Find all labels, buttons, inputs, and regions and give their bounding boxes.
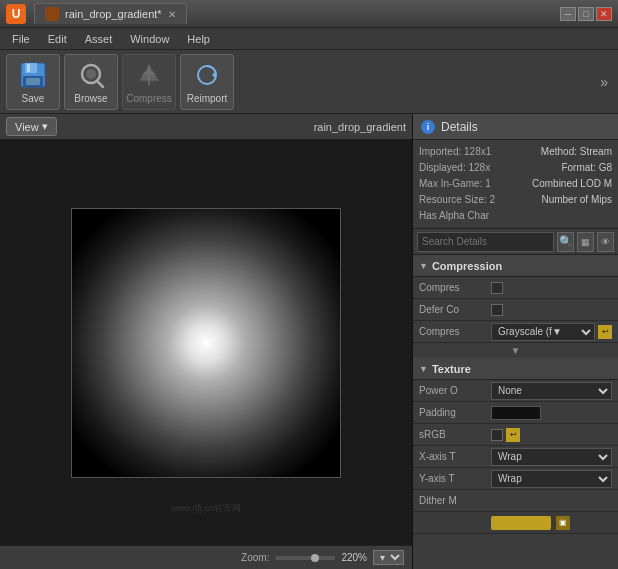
- window-controls: ─ □ ✕: [560, 7, 612, 21]
- srgb-checkbox[interactable]: [491, 429, 503, 441]
- details-info-icon: i: [421, 120, 435, 134]
- title-bar: U rain_drop_gradient* ✕ ─ □ ✕: [0, 0, 618, 28]
- zoom-dropdown[interactable]: ▾: [373, 550, 404, 565]
- svg-rect-4: [26, 78, 40, 85]
- texture-collapse-icon: ▼: [419, 364, 428, 374]
- minimize-button[interactable]: ─: [560, 7, 576, 21]
- save-button[interactable]: Save: [6, 54, 60, 110]
- power-of-two-value: None Yes No: [491, 382, 612, 400]
- zoom-slider[interactable]: [275, 556, 335, 560]
- texture-image: [72, 209, 340, 477]
- compression-collapse-icon: ▼: [419, 261, 428, 271]
- menu-edit[interactable]: Edit: [40, 31, 75, 47]
- view-dropdown-button[interactable]: View ▾: [6, 117, 57, 136]
- search-bar: 🔍 ▦ 👁: [413, 229, 618, 255]
- bottom-icon-btn[interactable]: ▣: [556, 516, 570, 530]
- compression-type-dropdown[interactable]: Grayscale (f▼: [491, 323, 595, 341]
- prop-defer-compression: Defer Co: [413, 299, 618, 321]
- ue-logo-icon: U: [6, 4, 26, 24]
- prop-padding: Padding: [413, 402, 618, 424]
- yaxis-tiling-dropdown[interactable]: Wrap Clamp Mirror: [491, 470, 612, 488]
- menu-asset[interactable]: Asset: [77, 31, 121, 47]
- browse-label: Browse: [74, 93, 107, 104]
- svg-point-7: [86, 69, 96, 79]
- watermark: www.rjfj.cn软荐网: [171, 502, 241, 515]
- xaxis-tiling-value: Wrap Clamp Mirror: [491, 448, 612, 466]
- save-label: Save: [22, 93, 45, 104]
- texture-section-header[interactable]: ▼ Texture: [413, 358, 618, 380]
- zoom-percent-value: 220%: [341, 552, 367, 563]
- compression-reset-button[interactable]: ↩: [598, 325, 612, 339]
- texture-viewer-panel: View ▾ rain_drop_gradient www.rjfj.cn软荐网…: [0, 114, 413, 569]
- compression-expand-button[interactable]: ▼: [413, 343, 618, 358]
- details-panel: i Details Imported: 128x1 Method: Stream…: [413, 114, 618, 569]
- prop-compression-settings: Compres: [413, 277, 618, 299]
- eye-button[interactable]: 👁: [597, 232, 614, 252]
- reimport-button[interactable]: Reimport: [180, 54, 234, 110]
- prop-compression-settings2: Compres Grayscale (f▼ ↩: [413, 321, 618, 343]
- texture-viewport: www.rjfj.cn软荐网: [0, 140, 412, 545]
- document-tab[interactable]: rain_drop_gradient* ✕: [34, 3, 187, 24]
- compression-settings2-label: Compres: [419, 326, 487, 337]
- xaxis-tiling-label: X-axis T: [419, 451, 487, 462]
- menu-help[interactable]: Help: [179, 31, 218, 47]
- srgb-reset-button[interactable]: ↩: [506, 428, 520, 442]
- texture-canvas: [71, 208, 341, 478]
- tab-title: rain_drop_gradient*: [65, 8, 162, 20]
- menu-window[interactable]: Window: [122, 31, 177, 47]
- toolbar: Save Browse Compress: [0, 50, 618, 114]
- power-of-two-dropdown[interactable]: None Yes No: [491, 382, 612, 400]
- xaxis-tiling-dropdown[interactable]: Wrap Clamp Mirror: [491, 448, 612, 466]
- svg-line-6: [97, 81, 103, 87]
- info-row-0: Imported: 128x1 Method: Stream: [419, 144, 612, 160]
- details-info-section: Imported: 128x1 Method: Stream Displayed…: [413, 140, 618, 229]
- srgb-label: sRGB: [419, 429, 487, 440]
- menu-file[interactable]: File: [4, 31, 38, 47]
- zoom-label: Zoom:: [241, 552, 269, 563]
- yaxis-tiling-value: Wrap Clamp Mirror: [491, 470, 612, 488]
- defer-compression-checkbox[interactable]: [491, 304, 503, 316]
- texture-section-label: Texture: [432, 363, 471, 375]
- defer-compression-label: Defer Co: [419, 304, 487, 315]
- prop-partial-bottom: ▣: [413, 512, 618, 534]
- save-icon: [17, 59, 49, 91]
- maximize-button[interactable]: □: [578, 7, 594, 21]
- zoom-bar: Zoom: 220% ▾: [0, 545, 412, 569]
- srgb-value: ↩: [491, 428, 612, 442]
- compression-settings2-value: Grayscale (f▼ ↩: [491, 323, 612, 341]
- power-of-two-label: Power O: [419, 385, 487, 396]
- details-header: i Details: [413, 114, 618, 140]
- reimport-label: Reimport: [187, 93, 228, 104]
- search-input[interactable]: [417, 232, 554, 252]
- padding-color-swatch[interactable]: [491, 406, 541, 420]
- svg-marker-11: [212, 71, 216, 79]
- texture-tab-icon: [45, 7, 59, 21]
- compress-button[interactable]: Compress: [122, 54, 176, 110]
- details-scroll-area[interactable]: ▼ Compression Compres Defer Co Compres: [413, 255, 618, 569]
- prop-power-of-two: Power O None Yes No: [413, 380, 618, 402]
- browse-icon: [75, 59, 107, 91]
- svg-rect-2: [27, 64, 30, 72]
- close-button[interactable]: ✕: [596, 7, 612, 21]
- compression-section-label: Compression: [432, 260, 502, 272]
- bottom-color-bar[interactable]: [491, 516, 551, 530]
- prop-yaxis-tiling: Y-axis T Wrap Clamp Mirror: [413, 468, 618, 490]
- prop-xaxis-tiling: X-axis T Wrap Clamp Mirror: [413, 446, 618, 468]
- info-row-2: Max In-Game: 1 Combined LOD M: [419, 176, 612, 192]
- compress-settings-checkbox[interactable]: [491, 282, 503, 294]
- defer-compression-value: [491, 304, 612, 316]
- search-button[interactable]: 🔍: [557, 232, 574, 252]
- view-chevron-icon: ▾: [42, 120, 48, 133]
- view-label: View: [15, 121, 39, 133]
- compress-settings-value: [491, 282, 612, 294]
- main-content: View ▾ rain_drop_gradient www.rjfj.cn软荐网…: [0, 114, 618, 569]
- grid-view-button[interactable]: ▦: [577, 232, 594, 252]
- padding-label: Padding: [419, 407, 487, 418]
- compression-section-header[interactable]: ▼ Compression: [413, 255, 618, 277]
- info-row-1: Displayed: 128x Format: G8: [419, 160, 612, 176]
- browse-button[interactable]: Browse: [64, 54, 118, 110]
- menu-bar: File Edit Asset Window Help: [0, 28, 618, 50]
- toolbar-expand-button[interactable]: »: [596, 70, 612, 94]
- svg-rect-1: [25, 63, 37, 73]
- tab-close-icon[interactable]: ✕: [168, 9, 176, 20]
